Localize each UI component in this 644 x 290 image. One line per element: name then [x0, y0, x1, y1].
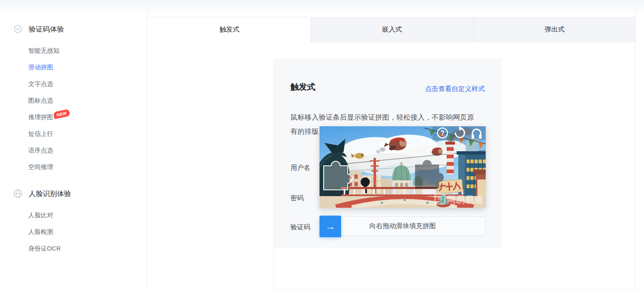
- sidebar-item-label: 人脸检测: [28, 228, 53, 235]
- sidebar-list-captcha: 智能无感知 滑动拼图 文字点选 图标点选 推理拼图NEW 短信上行 语序点选 空…: [0, 42, 147, 175]
- demo-title: 触发式: [290, 81, 315, 93]
- demo-frame-bottom-border: [273, 289, 636, 290]
- header-divider: [148, 1, 636, 1]
- watermark-text: 网易易盾: [447, 194, 483, 205]
- demo-frame-left-border: [273, 248, 274, 290]
- globe-icon: [12, 188, 23, 199]
- sidebar-item-label: 短信上行: [28, 130, 53, 137]
- sidebar-item-label: 语序点选: [28, 147, 53, 154]
- tab-label: 触发式: [219, 25, 239, 34]
- arrow-right-icon: →: [325, 221, 335, 231]
- sidebar-item-inference-puzzle[interactable]: 推理拼图NEW: [0, 109, 147, 125]
- sidebar-section-title: 人脸识别体验: [29, 189, 71, 199]
- tab-label: 嵌入式: [382, 25, 402, 34]
- captcha-image: ? 网易易盾: [320, 126, 486, 208]
- sidebar: 验证码体验 智能无感知 滑动拼图 文字点选 图标点选 推理拼图NEW 短信上行 …: [0, 0, 147, 290]
- sidebar-item-idcard-ocr[interactable]: 身份证OCR: [0, 240, 147, 257]
- slider-hint-text: 向右拖动滑块填充拼图: [320, 217, 485, 235]
- sidebar-list-face: 人脸比对 人脸检测 身份证OCR: [0, 207, 147, 257]
- sidebar-item-label: 推理拼图: [28, 113, 53, 120]
- content-right-border: [635, 0, 636, 290]
- password-label: 密码: [290, 194, 304, 203]
- sidebar-item-smart-sensorless[interactable]: 智能无感知: [0, 42, 147, 59]
- sidebar-item-label: 图标点选: [28, 97, 53, 104]
- new-badge: NEW: [53, 109, 71, 119]
- sidebar-item-label: 人脸比对: [28, 211, 53, 219]
- sidebar-item-text-click[interactable]: 文字点选: [0, 76, 147, 92]
- tab-embed-mode[interactable]: 嵌入式: [310, 17, 473, 42]
- sidebar-item-label: 文字点选: [28, 80, 53, 87]
- sidebar-section-face: 人脸识别体验: [0, 188, 147, 199]
- sidebar-item-label: 智能无感知: [28, 47, 59, 54]
- sidebar-item-face-compare[interactable]: 人脸比对: [0, 207, 147, 224]
- sidebar-item-sms-up[interactable]: 短信上行: [0, 125, 147, 142]
- captcha-slider-handle[interactable]: →: [320, 216, 341, 237]
- username-label: 用户名: [290, 164, 310, 172]
- captcha-label: 验证码: [290, 223, 310, 232]
- tab-label: 弹出式: [545, 25, 565, 34]
- shield-check-icon: [12, 24, 23, 34]
- puzzle-piece: [324, 161, 352, 190]
- sidebar-item-label: 空间推理: [28, 163, 53, 170]
- sidebar-item-slide-puzzle[interactable]: 滑动拼图: [0, 59, 147, 76]
- tab-popup-mode[interactable]: 弹出式: [473, 17, 636, 42]
- svg-text:?: ?: [440, 130, 445, 137]
- sidebar-item-face-detect[interactable]: 人脸检测: [0, 224, 147, 240]
- sidebar-item-label: 滑动拼图: [28, 64, 53, 71]
- sidebar-item-label: 身份证OCR: [28, 245, 61, 252]
- tab-bar: 触发式 嵌入式 弹出式: [148, 17, 636, 42]
- captcha-slider-track[interactable]: 向右拖动滑块填充拼图 →: [320, 216, 486, 236]
- flying-airship-small: [432, 147, 443, 156]
- sidebar-item-icon-click[interactable]: 图标点选: [0, 92, 147, 109]
- sidebar-section-captcha: 验证码体验: [0, 23, 147, 35]
- page: 验证码体验 智能无感知 滑动拼图 文字点选 图标点选 推理拼图NEW 短信上行 …: [0, 0, 644, 290]
- custom-style-link[interactable]: 点击查看自定义样式: [425, 85, 485, 93]
- sidebar-item-space-inference[interactable]: 空间推理: [0, 159, 147, 175]
- sidebar-section-title: 验证码体验: [29, 25, 64, 34]
- sidebar-item-word-order-click[interactable]: 语序点选: [0, 142, 147, 159]
- demo-card: 触发式 点击查看自定义样式 鼠标移入验证条后显示验证拼图，轻松接入，不影响网页原…: [273, 59, 501, 248]
- tab-trigger-mode[interactable]: 触发式: [148, 17, 310, 42]
